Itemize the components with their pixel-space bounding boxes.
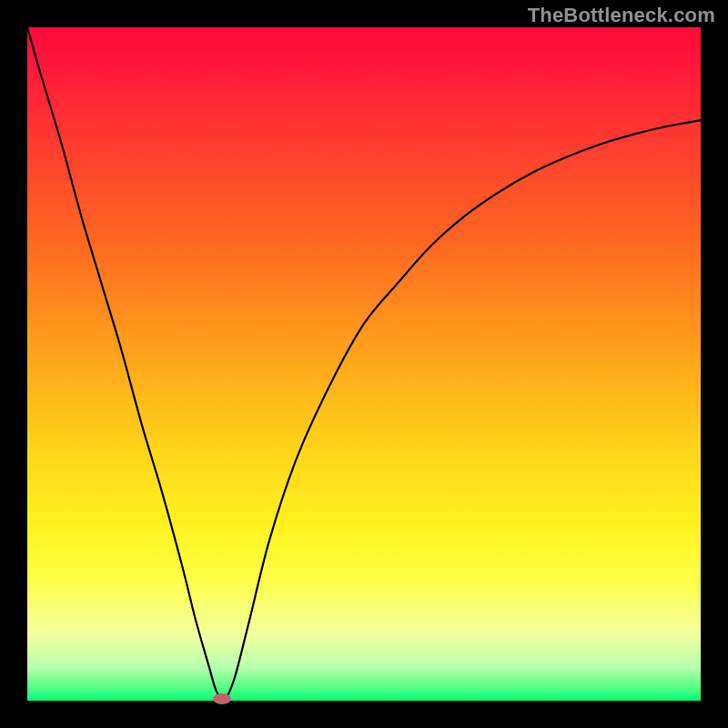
bottleneck-curve xyxy=(27,27,701,701)
chart-root: TheBottleneck.com xyxy=(0,0,728,728)
plot-area xyxy=(27,27,701,701)
optimal-point-marker xyxy=(213,693,231,704)
watermark-text: TheBottleneck.com xyxy=(528,4,715,27)
